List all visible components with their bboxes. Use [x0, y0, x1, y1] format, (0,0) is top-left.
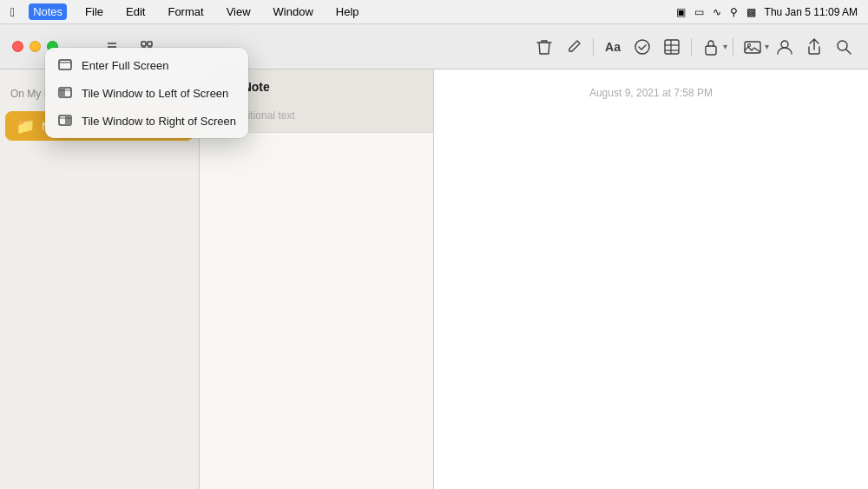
svg-point-14 [748, 43, 751, 46]
context-menu-item-tile-right[interactable]: Tile Window to Right of Screen [45, 107, 248, 135]
table-icon [663, 38, 681, 56]
media-button[interactable] [739, 33, 766, 61]
context-tile-left-label: Tile Window to Left of Screen [82, 87, 228, 100]
battery-icon: ▩ [746, 6, 756, 18]
svg-rect-4 [148, 42, 152, 46]
compose-icon [566, 39, 582, 55]
person-icon [776, 38, 793, 56]
search-menubar-icon[interactable]: ⚲ [730, 6, 738, 18]
fullscreen-icon [57, 57, 73, 73]
search-icon [836, 39, 852, 55]
context-fullscreen-label: Enter Full Screen [82, 59, 168, 72]
apple-logo-icon[interactable]:  [10, 5, 15, 19]
context-menu-item-fullscreen[interactable]: Enter Full Screen [45, 51, 248, 79]
context-tile-right-label: Tile Window to Right of Screen [82, 115, 236, 128]
share-icon [806, 38, 822, 56]
close-button[interactable] [12, 41, 23, 52]
svg-point-16 [838, 41, 847, 50]
context-menu-item-tile-left[interactable]: Tile Window to Left of Screen [45, 79, 248, 107]
table-button[interactable] [658, 33, 686, 61]
svg-rect-18 [59, 60, 71, 69]
photo-icon [744, 39, 761, 55]
toolbar-separator-1 [593, 38, 594, 56]
menu-window[interactable]: Window [269, 3, 318, 20]
media-chevron-icon: ▾ [765, 42, 769, 51]
svg-rect-24 [65, 116, 71, 125]
menu-format[interactable]: Format [163, 3, 207, 20]
minimize-button[interactable] [30, 41, 41, 52]
menu-notes[interactable]: Notes [29, 3, 67, 20]
svg-point-7 [635, 40, 649, 54]
format-text-icon: Aa [605, 40, 621, 54]
context-menu: Enter Full Screen Tile Window to Left of… [45, 48, 248, 138]
menubar-right: ▣ ▭ ∿ ⚲ ▩ Thu Jan 5 11:09 AM [676, 6, 858, 18]
lock-icon [703, 38, 719, 56]
screen-record-icon: ▣ [676, 6, 686, 18]
svg-point-15 [781, 41, 788, 48]
toolbar-separator-2 [691, 38, 692, 56]
svg-rect-12 [706, 46, 716, 55]
menubar-left:  Notes File Edit Format View Window Hel… [10, 3, 364, 20]
format-button[interactable]: Aa [599, 33, 627, 61]
lock-button[interactable] [697, 33, 725, 61]
toolbar-separator-3 [733, 38, 733, 56]
toolbar-right: Aa [210, 33, 858, 61]
checklist-button[interactable] [628, 33, 656, 61]
account-button[interactable] [771, 33, 799, 61]
svg-line-17 [846, 50, 851, 54]
compose-button[interactable] [560, 33, 588, 61]
editor[interactable]: August 9, 2021 at 7:58 PM [434, 69, 868, 489]
editor-date: August 9, 2021 at 7:58 PM [589, 87, 713, 99]
delete-button[interactable] [530, 33, 558, 61]
menu-file[interactable]: File [81, 3, 108, 20]
tile-right-icon [57, 113, 73, 129]
check-circle-icon [634, 38, 651, 56]
svg-rect-21 [59, 88, 65, 97]
mirroring-icon: ▭ [694, 6, 704, 18]
menu-help[interactable]: Help [332, 3, 364, 20]
svg-rect-3 [141, 42, 146, 46]
svg-rect-8 [665, 40, 679, 54]
trash-icon [536, 38, 552, 56]
menubar:  Notes File Edit Format View Window Hel… [0, 0, 868, 24]
menu-view[interactable]: View [222, 3, 255, 20]
menu-edit[interactable]: Edit [122, 3, 149, 20]
folder-icon: 📁 [16, 116, 35, 135]
lock-chevron-icon: ▾ [723, 42, 727, 51]
share-button[interactable] [800, 33, 828, 61]
tile-left-icon [57, 85, 73, 101]
search-button[interactable] [830, 33, 858, 61]
clock-display: Thu Jan 5 11:09 AM [765, 6, 858, 18]
wifi-icon: ∿ [713, 6, 721, 18]
